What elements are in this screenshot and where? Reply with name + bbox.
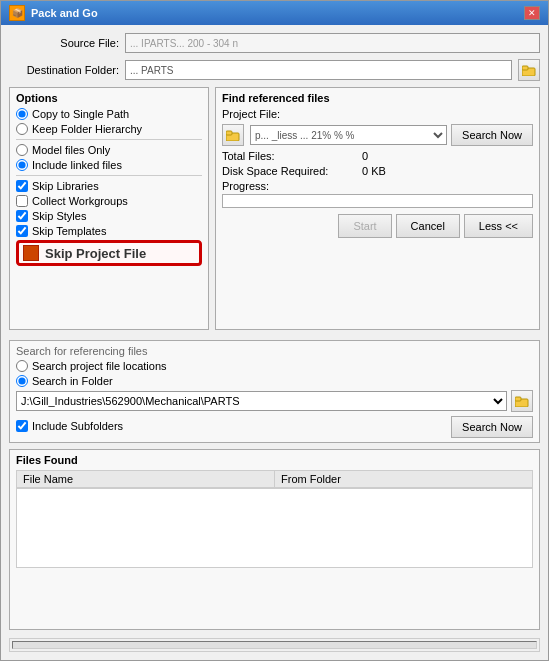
copy-single-label: Copy to Single Path <box>32 108 129 120</box>
disk-space-label: Disk Space Required: <box>222 165 362 177</box>
search-referencing-group: Search for referencing files Search proj… <box>9 340 540 443</box>
horizontal-scrollbar[interactable] <box>9 638 540 652</box>
progress-bar <box>222 194 533 208</box>
project-file-row: Project File: <box>222 108 533 120</box>
progress-label: Progress: <box>222 180 533 192</box>
project-file-label: Project File: <box>222 108 302 120</box>
cancel-button[interactable]: Cancel <box>396 214 460 238</box>
collect-workgroups-label: Collect Workgroups <box>32 195 128 207</box>
options-title: Options <box>16 92 202 104</box>
include-subfolders-label: Include Subfolders <box>32 420 123 432</box>
include-linked-option[interactable]: Include linked files <box>16 159 202 171</box>
include-linked-label: Include linked files <box>32 159 122 171</box>
less-button[interactable]: Less << <box>464 214 533 238</box>
skip-templates-option[interactable]: Skip Templates <box>16 225 202 237</box>
action-buttons: Start Cancel Less << <box>222 214 533 238</box>
window-icon: 📦 <box>9 5 25 21</box>
project-file-select[interactable]: p... _liess ... 21% % % <box>250 125 447 145</box>
skip-project-file-highlight: Skip Project File <box>16 240 202 266</box>
svg-rect-1 <box>522 66 528 70</box>
files-table: File Name From Folder <box>16 470 533 488</box>
skip-styles-label: Skip Styles <box>32 210 86 222</box>
files-found-group: Files Found File Name From Folder <box>9 449 540 630</box>
total-files-value: 0 <box>362 150 368 162</box>
folder-browse-button[interactable] <box>511 390 533 412</box>
search-button[interactable]: Search Now <box>451 416 533 438</box>
include-subfolders-option[interactable]: Include Subfolders <box>16 420 123 432</box>
search-now-button[interactable]: Search Now <box>451 124 533 146</box>
project-file-input-row: p... _liess ... 21% % % Search Now <box>222 124 533 146</box>
options-group: Options Copy to Single Path Keep Folder … <box>9 87 209 330</box>
collect-workgroups-option[interactable]: Collect Workgroups <box>16 195 202 207</box>
destination-folder-label: Destination Folder: <box>9 64 119 76</box>
title-bar: 📦 Pack and Go ✕ <box>1 1 548 25</box>
dialog-content: Source File: Destination Folder: Options… <box>1 25 548 660</box>
disk-space-value: 0 KB <box>362 165 386 177</box>
find-referenced-title: Find referenced files <box>222 92 533 104</box>
skip-project-label: Skip Project File <box>45 246 146 261</box>
project-file-browse-btn[interactable] <box>222 124 244 146</box>
svg-rect-3 <box>226 131 232 135</box>
search-ref-title: Search for referencing files <box>16 345 533 357</box>
col-from-folder: From Folder <box>275 471 533 488</box>
destination-folder-row: Destination Folder: <box>9 59 540 81</box>
find-referenced-group: Find referenced files Project File: p...… <box>215 87 540 330</box>
search-project-locations-label: Search project file locations <box>32 360 167 372</box>
destination-browse-button[interactable] <box>518 59 540 81</box>
total-files-label: Total Files: <box>222 150 362 162</box>
main-area: Options Copy to Single Path Keep Folder … <box>9 87 540 330</box>
skip-libraries-label: Skip Libraries <box>32 180 99 192</box>
skip-libraries-option[interactable]: Skip Libraries <box>16 180 202 192</box>
col-filename: File Name <box>17 471 275 488</box>
source-file-row: Source File: <box>9 33 540 53</box>
model-files-only-option[interactable]: Model files Only <box>16 144 202 156</box>
close-button[interactable]: ✕ <box>524 6 540 20</box>
title-bar-left: 📦 Pack and Go <box>9 5 98 21</box>
folder-path-row: J:\Gill_Industries\562900\Mechanical\PAR… <box>16 390 533 412</box>
skip-project-icon <box>23 245 39 261</box>
keep-hierarchy-label: Keep Folder Hierarchy <box>32 123 142 135</box>
keep-hierarchy-option[interactable]: Keep Folder Hierarchy <box>16 123 202 135</box>
source-file-input[interactable] <box>125 33 540 53</box>
window-title: Pack and Go <box>31 7 98 19</box>
folder-path-select[interactable]: J:\Gill_Industries\562900\Mechanical\PAR… <box>16 391 507 411</box>
total-files-row: Total Files: 0 <box>222 150 533 162</box>
search-project-locations-option[interactable]: Search project file locations <box>16 360 533 372</box>
scrollbar-track[interactable] <box>12 641 537 649</box>
skip-styles-option[interactable]: Skip Styles <box>16 210 202 222</box>
disk-space-row: Disk Space Required: 0 KB <box>222 165 533 177</box>
model-files-only-label: Model files Only <box>32 144 110 156</box>
files-found-title: Files Found <box>16 454 533 466</box>
skip-templates-label: Skip Templates <box>32 225 106 237</box>
copy-single-path-option[interactable]: Copy to Single Path <box>16 108 202 120</box>
files-table-body <box>16 488 533 568</box>
search-in-folder-option[interactable]: Search in Folder <box>16 375 533 387</box>
svg-rect-5 <box>515 397 521 401</box>
destination-folder-input[interactable] <box>125 60 512 80</box>
start-button[interactable]: Start <box>338 214 391 238</box>
source-file-label: Source File: <box>9 37 119 49</box>
search-in-folder-label: Search in Folder <box>32 375 113 387</box>
skip-project-file-container: Skip Project File <box>16 240 202 266</box>
title-controls: ✕ <box>524 6 540 20</box>
pack-and-go-window: 📦 Pack and Go ✕ Source File: Destination… <box>0 0 549 661</box>
